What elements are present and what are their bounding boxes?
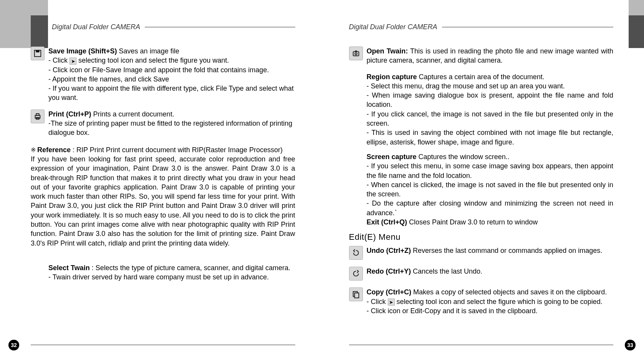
copy-text: Copy (Ctrl+C) Makes a copy of selected o… (367, 287, 614, 316)
cursor-icon: ➤ (70, 58, 76, 65)
copy-l1a: - Click (367, 298, 388, 306)
undo-title: Undo (Ctrl+Z) (367, 247, 411, 254)
screen-capture-title: Screen capture (367, 153, 417, 161)
save-image-text: Save Image (Shift+S) Saves an image file… (48, 46, 295, 103)
undo-icon (349, 246, 363, 260)
region-capture-l4: - This is used in saving the object comb… (367, 129, 614, 146)
save-image-line4: - If you want to appoint the file with d… (48, 85, 294, 101)
reference-lead: Reference (37, 146, 71, 154)
select-twain-line1: - Twain driver served by hard ware compa… (48, 273, 269, 281)
screen-capture-desc: Captures the window screen.. (417, 153, 510, 161)
exit-desc: Closes Paint Draw 3.0 to return to windo… (407, 218, 538, 226)
running-header-right: Digital Dual Folder CAMERA (349, 23, 614, 31)
redo-title: Redo (Ctrl+Y) (367, 267, 411, 275)
undo-desc: Reverses the last command or commands ap… (411, 247, 602, 254)
print-line1: -The size of printing paper must be fitt… (48, 120, 292, 136)
svg-rect-3 (36, 113, 39, 115)
open-twain-title: Open Twain: (367, 47, 408, 55)
screen-capture-l2: - When cancel is clicked, the image is n… (367, 181, 614, 198)
reference-block: ※Reference : RIP Print Print current doc… (31, 145, 295, 248)
page-spread: Digital Dual Folder CAMERA Save Image (S… (0, 0, 644, 362)
open-twain-item: Open Twain: This is used in reading the … (349, 46, 614, 65)
copy-icon (349, 287, 363, 301)
cursor-icon: ➤ (388, 299, 395, 306)
svg-rect-1 (36, 50, 39, 53)
redo-item: Redo (Ctrl+Y) Cancels the last Undo. (349, 267, 614, 281)
open-twain-text: Open Twain: This is used in reading the … (367, 46, 614, 65)
copy-l1b: selecting tool icon and select the figur… (395, 298, 603, 306)
copy-item: Copy (Ctrl+C) Makes a copy of selected o… (349, 287, 614, 316)
undo-item: Undo (Ctrl+Z) Reverses the last command … (349, 246, 614, 260)
svg-rect-7 (355, 51, 357, 52)
redo-desc: Cancels the last Undo. (411, 267, 482, 275)
select-twain-title: Select Twain (48, 264, 90, 272)
save-image-desc: Saves an image file (119, 47, 179, 55)
region-capture-l3: - If you click cancel, the image is not … (367, 110, 614, 127)
region-capture-block: Region capture Captures a certain area o… (367, 72, 614, 147)
header-rule-right (442, 27, 613, 27)
reference-body: If you have been looking for fast print … (31, 155, 295, 247)
running-header-left: Digital Dual Folder CAMERA (52, 23, 295, 31)
page-left: Digital Dual Folder CAMERA Save Image (S… (0, 0, 322, 362)
save-image-icon (31, 46, 45, 60)
reference-tail: : RIP Print Print current document with … (71, 146, 283, 154)
edit-menu-title: Edit(E) Menu (349, 232, 614, 242)
print-desc: Prints a current document. (93, 110, 174, 118)
select-twain-tail: : Selects the type of picture camera, sc… (90, 264, 290, 272)
running-header-text: Digital Dual Folder CAMERA (52, 23, 140, 31)
svg-rect-5 (353, 51, 359, 56)
save-image-line3: - Appoint the file names, and click Save (48, 75, 169, 83)
page-right: Digital Dual Folder CAMERA Open Twain: T… (322, 0, 644, 362)
screen-capture-block: Screen capture Captures the window scree… (367, 152, 614, 227)
svg-point-6 (355, 53, 357, 55)
svg-rect-9 (354, 293, 359, 298)
save-image-line1a: - Click (48, 56, 70, 64)
footer-rule-right (349, 345, 614, 345)
redo-icon (349, 267, 363, 281)
region-capture-desc: Captures a certain area of the document. (417, 73, 545, 81)
region-capture-title: Region capture (367, 73, 417, 81)
region-capture-l1: - Select this menu, drag the mouse and s… (367, 82, 565, 90)
undo-text: Undo (Ctrl+Z) Reverses the last command … (367, 246, 614, 260)
print-icon (31, 110, 45, 123)
save-image-line2: - Click icon or File-Save Image and appo… (48, 66, 269, 74)
header-rule (145, 27, 295, 27)
copy-l2: - Click icon or Edit-Copy and it is save… (367, 307, 538, 315)
select-twain-block: Select Twain : Selects the type of pictu… (48, 263, 295, 282)
save-image-title: Save Image (Shift+S) (48, 47, 117, 55)
exit-title: Exit (Ctrl+Q) (367, 218, 407, 226)
screen-capture-l3: - Do the capture after closing window an… (367, 199, 614, 216)
print-item: Print (Ctrl+P) Prints a current document… (31, 110, 295, 138)
reference-symbol: ※ (31, 147, 36, 153)
footer-rule-left (31, 345, 295, 345)
page-number-left: 32 (8, 340, 19, 350)
screen-capture-l1: - If you select this menu, in some case … (367, 162, 614, 179)
print-text: Print (Ctrl+P) Prints a current document… (48, 110, 295, 138)
save-image-item: Save Image (Shift+S) Saves an image file… (31, 46, 295, 103)
copy-title: Copy (Ctrl+C) (367, 288, 412, 296)
print-title: Print (Ctrl+P) (48, 110, 91, 118)
save-image-line1b: selecting tool icon and select the figur… (76, 56, 229, 64)
running-header-text-right: Digital Dual Folder CAMERA (349, 23, 437, 31)
region-capture-l2: - When image saving dialogue box is pres… (367, 91, 614, 108)
open-twain-icon (349, 46, 363, 60)
page-number-right: 33 (625, 340, 636, 350)
redo-text: Redo (Ctrl+Y) Cancels the last Undo. (367, 267, 614, 281)
copy-desc: Makes a copy of selected objects and sav… (411, 288, 607, 296)
